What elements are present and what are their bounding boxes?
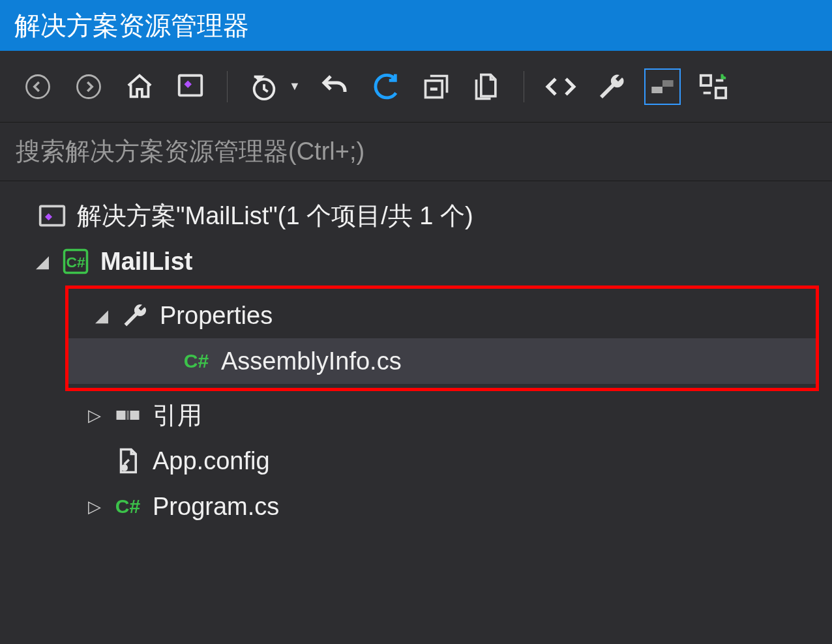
expander-open-icon[interactable]: ◢ bbox=[33, 252, 52, 272]
csharp-file-icon: C# bbox=[181, 345, 212, 377]
svg-point-16 bbox=[121, 464, 128, 471]
properties-button[interactable] bbox=[593, 68, 630, 105]
home-button[interactable] bbox=[121, 68, 158, 105]
svg-point-0 bbox=[27, 75, 50, 98]
svg-rect-8 bbox=[716, 87, 726, 97]
new-view-icon bbox=[175, 72, 205, 102]
show-all-icon bbox=[473, 72, 501, 101]
solution-explorer-search bbox=[0, 123, 832, 181]
solution-node[interactable]: 解决方案"MailList"(1 个项目/共 1 个) bbox=[0, 193, 832, 239]
panel-title: 解决方案资源管理器 bbox=[14, 8, 249, 44]
appconfig-label: App.config bbox=[153, 447, 270, 475]
properties-folder-node[interactable]: ◢ Properties bbox=[68, 293, 816, 338]
back-button[interactable] bbox=[20, 68, 56, 105]
toolbar-divider-2 bbox=[524, 71, 524, 102]
assemblyinfo-label: AssemblyInfo.cs bbox=[221, 347, 402, 375]
show-all-files-button[interactable] bbox=[469, 68, 505, 105]
svg-rect-14 bbox=[126, 411, 129, 420]
refresh-button[interactable] bbox=[367, 68, 404, 105]
wrench-icon bbox=[596, 71, 627, 102]
references-node[interactable]: ▷ 引用 bbox=[0, 392, 832, 438]
assemblyinfo-file-node[interactable]: C# AssemblyInfo.cs bbox=[68, 338, 816, 384]
svg-rect-13 bbox=[117, 411, 126, 420]
svg-rect-7 bbox=[701, 75, 711, 85]
csharp-file-icon: C# bbox=[112, 491, 143, 522]
history-dropdown-caret[interactable]: ▼ bbox=[289, 80, 302, 93]
expander-closed-icon[interactable]: ▷ bbox=[85, 405, 104, 426]
config-file-icon bbox=[112, 445, 143, 476]
references-label: 引用 bbox=[153, 399, 202, 432]
preview-icon bbox=[649, 74, 676, 100]
program-file-node[interactable]: ▷ C# Program.cs bbox=[0, 484, 832, 529]
search-input[interactable] bbox=[16, 138, 816, 166]
svg-point-1 bbox=[78, 75, 100, 98]
toolbar-divider-1 bbox=[227, 71, 228, 102]
collapse-all-button[interactable] bbox=[418, 68, 454, 105]
switch-views-icon bbox=[698, 72, 728, 102]
switch-views-button[interactable] bbox=[695, 68, 732, 105]
new-view-button[interactable] bbox=[172, 68, 209, 105]
solution-explorer-toolbar: ▼ bbox=[0, 51, 832, 123]
svg-text:C#: C# bbox=[66, 254, 85, 271]
csharp-project-icon: C# bbox=[60, 246, 91, 277]
refresh-icon bbox=[370, 72, 400, 102]
svg-rect-2 bbox=[179, 75, 202, 95]
back-icon bbox=[24, 73, 52, 100]
references-icon bbox=[112, 400, 143, 431]
solution-label: 解决方案"MailList"(1 个项目/共 1 个) bbox=[77, 199, 473, 233]
history-icon bbox=[249, 72, 279, 102]
solution-explorer-titlebar: 解决方案资源管理器 bbox=[0, 0, 832, 51]
history-filter-button[interactable] bbox=[246, 68, 282, 105]
forward-icon bbox=[75, 73, 102, 100]
expander-open-icon[interactable]: ◢ bbox=[92, 306, 111, 326]
view-code-button[interactable] bbox=[542, 68, 579, 105]
project-label: MailList bbox=[100, 248, 192, 276]
program-label: Program.cs bbox=[153, 493, 279, 521]
solution-icon bbox=[37, 200, 68, 231]
preview-button[interactable] bbox=[644, 68, 681, 105]
svg-rect-9 bbox=[40, 206, 65, 225]
svg-rect-6 bbox=[662, 80, 674, 87]
solution-tree: 解决方案"MailList"(1 个项目/共 1 个) ◢ C# MailLis… bbox=[0, 181, 832, 541]
undo-icon bbox=[319, 71, 350, 102]
svg-text:C#: C# bbox=[184, 350, 209, 372]
home-icon bbox=[125, 72, 155, 102]
forward-button[interactable] bbox=[70, 68, 107, 105]
annotation-highlight: ◢ Properties C# AssemblyInfo.cs bbox=[65, 285, 819, 391]
svg-text:C#: C# bbox=[115, 495, 141, 517]
properties-folder-label: Properties bbox=[160, 302, 273, 330]
expander-closed-icon[interactable]: ▷ bbox=[85, 497, 104, 517]
wrench-icon bbox=[119, 300, 151, 331]
code-icon bbox=[545, 71, 576, 102]
undo-button[interactable] bbox=[316, 68, 353, 105]
collapse-all-icon bbox=[422, 72, 451, 101]
project-node[interactable]: ◢ C# MailList bbox=[0, 239, 832, 284]
appconfig-file-node[interactable]: ▷ App.config bbox=[0, 438, 832, 484]
svg-rect-5 bbox=[651, 87, 662, 93]
svg-rect-15 bbox=[130, 411, 140, 420]
